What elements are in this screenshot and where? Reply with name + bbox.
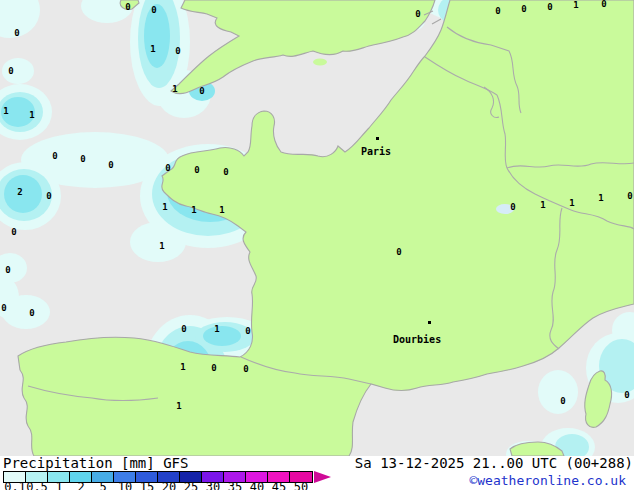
legend-title: Precipitation [mm] GFS bbox=[3, 455, 188, 471]
precip-value: 0 bbox=[521, 4, 526, 14]
isle-of-wight bbox=[313, 59, 327, 66]
credit-link[interactable]: ©weatheronline.co.uk bbox=[469, 473, 626, 488]
precip-value: 0 bbox=[223, 167, 228, 177]
precip-value: 0 bbox=[8, 66, 13, 76]
precip-value: 0 bbox=[52, 151, 57, 161]
precip-value: 1 bbox=[180, 362, 185, 372]
colorbar-tick: 35 bbox=[228, 480, 242, 490]
precip-value: 1 bbox=[159, 241, 164, 251]
precip-value: 0 bbox=[415, 9, 420, 19]
colorbar-tick: 50 bbox=[294, 480, 308, 490]
precip-value: 1 bbox=[191, 205, 196, 215]
colorbar-tick: 10 bbox=[118, 480, 132, 490]
precip-value: 0 bbox=[108, 160, 113, 170]
precip-value: 0 bbox=[11, 227, 16, 237]
precip-value: 0 bbox=[125, 2, 130, 12]
colorbar-tick: 25 bbox=[184, 480, 198, 490]
precip-value: 1 bbox=[598, 193, 603, 203]
city-label-paris: Paris bbox=[361, 146, 391, 157]
precip-value: 0 bbox=[1, 303, 6, 313]
colorbar-tick: 40 bbox=[250, 480, 264, 490]
colorbar-tick: 30 bbox=[206, 480, 220, 490]
city-label-dourbies: Dourbies bbox=[393, 334, 441, 345]
precip-value: 0 bbox=[46, 191, 51, 201]
colorbar-tick: 45 bbox=[272, 480, 286, 490]
precip-value: 0 bbox=[495, 6, 500, 16]
precip-value: 0 bbox=[547, 2, 552, 12]
precip-value: 1 bbox=[176, 401, 181, 411]
precip-value: 0 bbox=[211, 363, 216, 373]
precip-value: 0 bbox=[80, 154, 85, 164]
precip-value: 1 bbox=[3, 106, 8, 116]
precip-value: 0 bbox=[14, 28, 19, 38]
colorbar-tick: 5 bbox=[99, 480, 106, 490]
precipitation-map: 0001001011000000010000201110100000111001… bbox=[0, 0, 634, 456]
weather-map-page: 0001001011000000010000201110100000111001… bbox=[0, 0, 634, 490]
precip-value: 0 bbox=[194, 165, 199, 175]
precip-value: 0 bbox=[199, 86, 204, 96]
precip-value: 0 bbox=[5, 265, 10, 275]
precip-value: 0 bbox=[510, 202, 515, 212]
precip-value: 1 bbox=[172, 84, 177, 94]
colorbar-tick: 20 bbox=[162, 480, 176, 490]
colorbar-tick: 0.5 bbox=[26, 480, 48, 490]
precip-value: 0 bbox=[243, 364, 248, 374]
precip-value: 2 bbox=[17, 187, 22, 197]
precip-value: 1 bbox=[573, 0, 578, 10]
precip-value: 0 bbox=[175, 46, 180, 56]
colorbar-tick-labels: 0.10.5125101520253035404550 bbox=[0, 480, 340, 490]
precip-value: 0 bbox=[627, 191, 632, 201]
colorbar-tick: 1 bbox=[55, 480, 62, 490]
precip-value: 0 bbox=[560, 396, 565, 406]
precip-value: 0 bbox=[245, 326, 250, 336]
city-dot-dourbies bbox=[428, 321, 431, 324]
precip-value: 0 bbox=[396, 247, 401, 257]
precip-value: 0 bbox=[151, 5, 156, 15]
legend-strip: Precipitation [mm] GFS Sa 13-12-2025 21.… bbox=[0, 456, 634, 490]
precip-value: 0 bbox=[624, 390, 629, 400]
colorbar-tick: 2 bbox=[77, 480, 84, 490]
precip-value: 0 bbox=[165, 163, 170, 173]
precip-value: 1 bbox=[29, 110, 34, 120]
precip-value: 0 bbox=[601, 0, 606, 9]
precip-value: 0 bbox=[181, 324, 186, 334]
precip-value: 1 bbox=[150, 44, 155, 54]
city-dot-paris bbox=[376, 137, 379, 140]
forecast-datetime: Sa 13-12-2025 21..00 UTC (00+288) bbox=[355, 455, 633, 471]
precip-value: 1 bbox=[162, 202, 167, 212]
precip-value: 1 bbox=[569, 198, 574, 208]
precip-value: 1 bbox=[219, 205, 224, 215]
precip-value: 0 bbox=[29, 308, 34, 318]
colorbar-tick: 0.1 bbox=[4, 480, 26, 490]
precip-value: 1 bbox=[214, 324, 219, 334]
precip-value: 1 bbox=[540, 200, 545, 210]
colorbar-tick: 15 bbox=[140, 480, 154, 490]
